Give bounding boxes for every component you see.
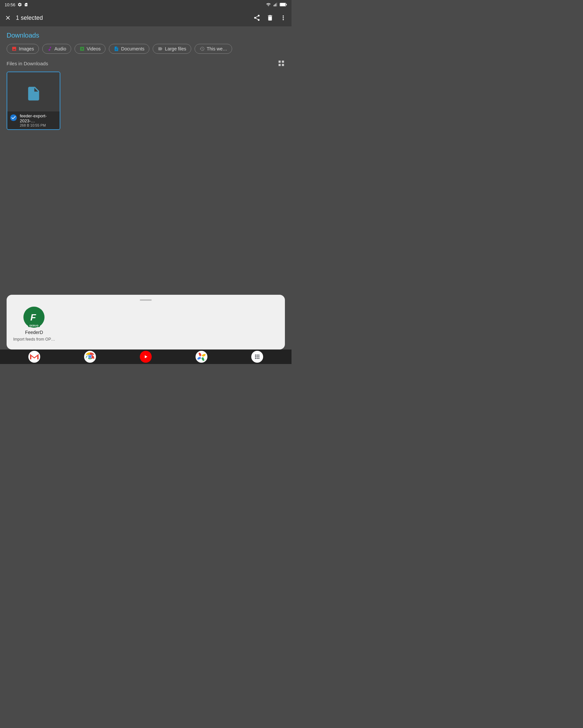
svg-rect-2 bbox=[276, 4, 276, 7]
more-options-button[interactable] bbox=[280, 14, 287, 21]
chip-videos[interactable]: Videos bbox=[75, 44, 106, 54]
svg-point-12 bbox=[89, 356, 91, 358]
section-title: Downloads bbox=[7, 32, 285, 39]
file-card[interactable]: feeder-export-2023-… 268 B 10:55 PM bbox=[7, 72, 60, 130]
file-grid: feeder-export-2023-… 268 B 10:55 PM bbox=[7, 72, 285, 130]
svg-point-19 bbox=[257, 355, 258, 356]
documents-icon bbox=[114, 46, 119, 51]
bottom-sheet: F DEBUG FeederD Import feeds from OP… bbox=[7, 295, 285, 349]
file-name: feeder-export-2023-… bbox=[20, 113, 57, 123]
sim-icon bbox=[24, 2, 28, 7]
svg-point-25 bbox=[257, 358, 258, 359]
svg-point-18 bbox=[255, 355, 256, 356]
photos-nav-icon[interactable] bbox=[196, 351, 207, 363]
svg-text:F: F bbox=[30, 312, 36, 322]
svg-point-22 bbox=[257, 356, 258, 357]
file-card-info: feeder-export-2023-… 268 B 10:55 PM bbox=[7, 111, 60, 129]
large-files-icon bbox=[158, 46, 163, 51]
gmail-nav-icon[interactable] bbox=[28, 351, 40, 363]
audio-icon bbox=[47, 46, 52, 51]
grid-view-button[interactable] bbox=[278, 60, 285, 67]
file-doc-icon bbox=[25, 84, 42, 104]
battery-icon bbox=[280, 3, 287, 7]
chip-this-week-label: This we… bbox=[207, 46, 227, 51]
debug-badge: DEBUG bbox=[28, 324, 40, 327]
apps-nav-icon[interactable] bbox=[251, 351, 263, 363]
file-meta: feeder-export-2023-… 268 B 10:55 PM bbox=[20, 113, 57, 127]
status-bar-right bbox=[266, 2, 287, 7]
chip-audio-label: Audio bbox=[54, 46, 66, 51]
chip-audio[interactable]: Audio bbox=[42, 44, 71, 54]
feeder-app-item[interactable]: F DEBUG FeederD Import feeds from OP… bbox=[13, 307, 55, 342]
chip-documents[interactable]: Documents bbox=[109, 44, 149, 54]
share-button[interactable] bbox=[253, 14, 260, 21]
time-icon bbox=[200, 46, 205, 51]
action-bar-icons bbox=[253, 14, 287, 21]
chip-this-week[interactable]: This we… bbox=[195, 44, 232, 54]
chip-videos-label: Videos bbox=[87, 46, 101, 51]
close-button[interactable] bbox=[5, 15, 11, 21]
svg-rect-6 bbox=[286, 4, 287, 6]
file-selected-icon bbox=[10, 114, 17, 121]
feeder-icon-letter: F bbox=[28, 311, 40, 323]
feeder-app-icon: F DEBUG bbox=[23, 307, 45, 328]
svg-point-23 bbox=[258, 356, 259, 357]
svg-point-20 bbox=[258, 355, 259, 356]
svg-point-26 bbox=[258, 358, 259, 359]
wifi-icon bbox=[266, 2, 271, 7]
images-icon bbox=[11, 46, 17, 51]
settings-icon bbox=[18, 2, 22, 7]
bottom-sheet-handle bbox=[140, 300, 152, 301]
signal-icon bbox=[273, 2, 278, 7]
status-time: 10:56 bbox=[5, 2, 16, 7]
app-desc: Import feeds from OP… bbox=[13, 337, 55, 342]
status-bar: 10:56 bbox=[0, 0, 292, 9]
chrome-nav-icon[interactable] bbox=[84, 351, 96, 363]
files-label: Files in Downloads bbox=[7, 61, 48, 66]
main-content: Downloads Images Audio Videos Documents bbox=[0, 26, 292, 135]
files-section-header: Files in Downloads bbox=[7, 60, 285, 67]
svg-point-7 bbox=[10, 114, 17, 121]
app-name: FeederD bbox=[25, 330, 43, 335]
svg-rect-0 bbox=[274, 5, 274, 6]
svg-point-21 bbox=[255, 356, 256, 357]
selection-title: 1 selected bbox=[16, 15, 249, 21]
videos-icon bbox=[79, 46, 85, 51]
chip-images-label: Images bbox=[19, 46, 34, 51]
chip-large-files-label: Large files bbox=[165, 46, 186, 51]
svg-rect-5 bbox=[280, 3, 285, 6]
status-bar-left: 10:56 bbox=[5, 2, 28, 7]
file-size-time: 268 B 10:55 PM bbox=[20, 123, 57, 127]
delete-button[interactable] bbox=[267, 14, 274, 21]
bottom-nav bbox=[0, 349, 292, 364]
filter-chips: Images Audio Videos Documents Large file… bbox=[7, 44, 285, 54]
svg-rect-1 bbox=[275, 4, 275, 6]
chip-documents-label: Documents bbox=[121, 46, 145, 51]
svg-point-16 bbox=[200, 356, 202, 358]
svg-rect-3 bbox=[277, 3, 277, 6]
action-bar: 1 selected bbox=[0, 9, 292, 26]
chip-images[interactable]: Images bbox=[7, 44, 39, 54]
chip-large-files[interactable]: Large files bbox=[153, 44, 191, 54]
file-preview bbox=[7, 72, 60, 115]
svg-point-24 bbox=[255, 358, 256, 359]
youtube-nav-icon[interactable] bbox=[140, 351, 152, 363]
